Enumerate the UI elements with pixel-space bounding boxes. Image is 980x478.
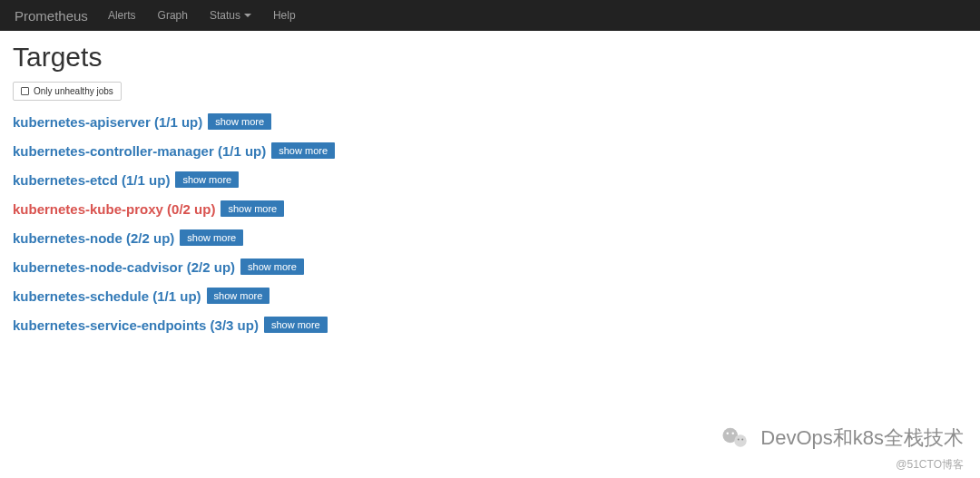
caret-down-icon (244, 14, 251, 17)
target-name-link[interactable]: kubernetes-node-cadvisor (2/2 up) (13, 259, 235, 275)
nav-graph[interactable]: Graph (158, 9, 188, 22)
show-more-button[interactable]: show more (208, 113, 271, 130)
nav-status[interactable]: Status (210, 9, 251, 22)
brand[interactable]: Prometheus (15, 8, 88, 24)
show-more-button[interactable]: show more (271, 142, 335, 159)
target-row: kubernetes-node-cadvisor (2/2 up)show mo… (13, 259, 967, 275)
target-name-link[interactable]: kubernetes-node (2/2 up) (13, 230, 174, 246)
target-row: kubernetes-etcd (1/1 up)show more (13, 171, 967, 188)
show-more-button[interactable]: show more (207, 288, 270, 304)
target-row: kubernetes-controller-manager (1/1 up)sh… (13, 142, 967, 159)
page-title: Targets (13, 42, 967, 73)
show-more-button[interactable]: show more (180, 229, 243, 246)
filter-label: Only unhealthy jobs (34, 86, 113, 96)
target-row: kubernetes-schedule (1/1 up)show more (13, 288, 967, 304)
target-name-link[interactable]: kubernetes-kube-proxy (0/2 up) (13, 201, 215, 217)
show-more-button[interactable]: show more (175, 171, 239, 188)
nav-status-label: Status (210, 9, 240, 22)
checkbox-icon (21, 87, 29, 95)
targets-list: kubernetes-apiserver (1/1 up)show moreku… (13, 113, 967, 333)
navbar: Prometheus Alerts Graph Status Help (0, 0, 980, 31)
target-name-link[interactable]: kubernetes-controller-manager (1/1 up) (13, 143, 266, 159)
target-name-link[interactable]: kubernetes-apiserver (1/1 up) (13, 114, 202, 130)
nav-help[interactable]: Help (273, 9, 296, 22)
target-row: kubernetes-service-endpoints (3/3 up)sho… (13, 317, 967, 333)
main-container: Targets Only unhealthy jobs kubernetes-a… (0, 31, 980, 356)
show-more-button[interactable]: show more (240, 259, 304, 275)
target-row: kubernetes-kube-proxy (0/2 up)show more (13, 200, 967, 217)
nav-alerts[interactable]: Alerts (108, 9, 136, 22)
target-name-link[interactable]: kubernetes-etcd (1/1 up) (13, 172, 170, 188)
target-name-link[interactable]: kubernetes-schedule (1/1 up) (13, 288, 201, 304)
show-more-button[interactable]: show more (220, 200, 284, 217)
show-more-button[interactable]: show more (264, 317, 328, 333)
only-unhealthy-button[interactable]: Only unhealthy jobs (13, 82, 122, 101)
target-row: kubernetes-apiserver (1/1 up)show more (13, 113, 967, 130)
target-row: kubernetes-node (2/2 up)show more (13, 229, 967, 246)
target-name-link[interactable]: kubernetes-service-endpoints (3/3 up) (13, 317, 259, 333)
